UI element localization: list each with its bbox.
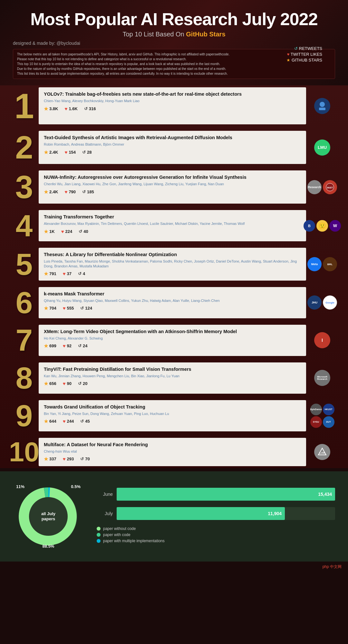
bar-track: 11,904 xyxy=(117,507,335,520)
legend-item: paper without code xyxy=(97,526,335,531)
paper-stats: ★1K ♥224 ↺40 xyxy=(44,229,301,235)
paper-authors: Chenfei Wu, Jian Liang, Xiaowei Hu, Zhe … xyxy=(44,182,301,186)
institution-logo: LAB xyxy=(314,444,330,460)
table-row: 5 Theseus: A Library for Differentiable … xyxy=(10,246,338,282)
papers-list: 1 YOLOv7: Trainable bag-of-freebies sets… xyxy=(0,85,348,468)
donut-pct-05: 0.5% xyxy=(71,484,81,489)
institution-logo: Microsoft Research xyxy=(314,370,330,386)
chart-legend: paper without code paper with code paper… xyxy=(97,526,335,543)
header-section: Most Popular AI Research July 2022 Top 1… xyxy=(0,0,348,85)
rank-number: 6 xyxy=(10,285,39,320)
paper-logos: LAB xyxy=(306,436,338,468)
institution-logo: JHU xyxy=(307,295,322,310)
institution-logo: W xyxy=(329,220,341,232)
subtitle: Top 10 List Based On GitHub Stars xyxy=(13,31,335,38)
paper-logos: LMU xyxy=(306,129,338,166)
paper-authors: Ho Kei Cheng, Alexander G. Schwing xyxy=(44,336,301,341)
chart-section: all July papers 11% 0.5% 88.5% June 15,4… xyxy=(0,471,348,562)
paper-title: NUWA-Infinity: Autoregressive over Autor… xyxy=(44,174,301,180)
legend-label: paper without code xyxy=(103,526,136,531)
svg-text:LAB: LAB xyxy=(320,451,325,454)
paper-card: Theseus: A Library for Differentiable No… xyxy=(39,248,306,280)
paper-card: YOLOv7: Trainable bag-of-freebies sets n… xyxy=(39,87,306,124)
institution-logo: I xyxy=(314,332,330,348)
donut-pct-885: 88.5% xyxy=(43,544,54,549)
rank-number: 10 xyxy=(10,436,39,468)
table-row: 6 k-means Mask Transformer Qihang Yu, Hu… xyxy=(10,285,338,320)
paper-authors: Qihang Yu, Huiyu Wang, Siyuan Qiao, Maxw… xyxy=(44,298,301,303)
legend-label: paper with code xyxy=(103,533,130,537)
bar-row-july: July 11,904 xyxy=(97,507,335,520)
rank-number: 9 xyxy=(10,398,39,433)
legend-dot-with-code xyxy=(97,533,101,537)
paper-authors: Kan Wu, Jinnian Zhang, Houwen Peng, Meng… xyxy=(44,374,301,378)
bar-chart-container: June 15,434 July 11,904 xyxy=(97,488,335,545)
table-row: 1 YOLOv7: Trainable bag-of-freebies sets… xyxy=(10,85,338,126)
paper-title: Training Transformers Together xyxy=(44,214,301,220)
institution-logo xyxy=(314,98,330,114)
institution-logo: DUT xyxy=(323,416,334,428)
bar-fill: 15,434 xyxy=(117,488,335,501)
page-title: Most Popular AI Research July 2022 xyxy=(13,10,335,29)
svg-point-0 xyxy=(320,102,325,107)
paper-authors: Robin Rombach, Andreas Blattmann, Björn … xyxy=(44,142,301,147)
paper-card: Multiface: A Dataset for Neural Face Ren… xyxy=(39,438,306,466)
rank-number: 3 xyxy=(10,168,39,206)
paper-card: k-means Mask Transformer Qihang Yu, Huiy… xyxy=(39,287,306,318)
paper-stats: ★2.4K ♥154 ↺28 xyxy=(44,149,301,155)
table-row: 4 Training Transformers Together Alexand… xyxy=(10,208,338,243)
paper-stats: ★656 ♥90 ↺20 xyxy=(44,381,301,387)
svg-text:INST: INST xyxy=(327,186,333,189)
institution-logo: Research xyxy=(307,180,322,194)
institution-logo: SYSU xyxy=(310,416,322,428)
paper-card: Towards Grand Unification of Object Trac… xyxy=(39,400,306,431)
institution-logo: BRL xyxy=(323,257,337,271)
rank-number: 5 xyxy=(10,246,39,282)
paper-stats: ★704 ♥555 ↺124 xyxy=(44,305,301,311)
paper-logos: I xyxy=(306,323,338,358)
bar-label: June xyxy=(97,492,113,497)
paper-logos: Microsoft Research xyxy=(306,360,338,396)
bar-track: 15,434 xyxy=(117,488,335,501)
paper-title: TinyViT: Fast Pretraining Distillation f… xyxy=(44,366,301,372)
paper-logos: JHU Google xyxy=(306,285,338,320)
rank-number: 4 xyxy=(10,208,39,243)
legend-dot-no-code xyxy=(97,527,101,531)
footer: php 中文网 xyxy=(0,562,348,572)
paper-title: YOLOv7: Trainable bag-of-freebies sets n… xyxy=(44,91,301,97)
donut-chart: all July papers 11% 0.5% 88.5% xyxy=(13,481,84,552)
institution-logo: 🙂 xyxy=(316,220,328,232)
paper-title: Theseus: A Library for Differentiable No… xyxy=(44,252,301,258)
institution-logo: Meta xyxy=(307,257,322,271)
paper-stats: ★2.4K ♥790 ↺185 xyxy=(44,189,301,195)
institution-logo: Google xyxy=(323,295,337,310)
table-row: 10 Multiface: A Dataset for Neural Face … xyxy=(10,436,338,468)
paper-title: k-means Mask Transformer xyxy=(44,291,301,297)
paper-title: Towards Grand Unification of Object Trac… xyxy=(44,404,301,410)
paper-card: XMem: Long-Term Video Object Segmentatio… xyxy=(39,325,306,356)
legend-label: paper with multiple implementations xyxy=(103,539,165,543)
institution-logo: LMU xyxy=(314,139,330,156)
paper-title: Text-Guided Synthesis of Artistic Images… xyxy=(44,135,301,141)
rank-number: 2 xyxy=(10,129,39,166)
paper-authors: Chien-Yao Wang, Alexey Bochkovskiy, Hong… xyxy=(44,99,301,103)
table-row: 8 TinyViT: Fast Pretraining Distillation… xyxy=(10,360,338,396)
paper-authors: Cheng-hsin Wuu etal xyxy=(44,449,301,454)
legend-dot-multi-impl xyxy=(97,539,101,543)
paper-logos xyxy=(306,85,338,126)
paper-stats: ★791 ♥37 ↺4 xyxy=(44,271,301,277)
paper-card: TinyViT: Fast Pretraining Distillation f… xyxy=(39,362,306,394)
institution-logo: ByteDance xyxy=(310,404,322,415)
bar-value: 11,904 xyxy=(268,511,282,516)
table-row: 9 Towards Grand Unification of Object Tr… xyxy=(10,398,338,433)
svg-text:all July: all July xyxy=(41,511,56,516)
legend-item: paper with code xyxy=(97,533,335,537)
watermark: php 中文网 xyxy=(323,564,342,569)
institution-logo: B xyxy=(304,220,315,232)
bar-chart: June 15,434 July 11,904 xyxy=(97,488,335,520)
legend-item: paper with multiple implementations xyxy=(97,539,335,543)
stats-legend: ↺ RETWEETS ♥ TWITTER LIKES ★ GITHUB STAR… xyxy=(286,45,322,63)
bar-value: 15,434 xyxy=(318,492,332,497)
paper-title: Multiface: A Dataset for Neural Face Ren… xyxy=(44,442,301,448)
paper-authors: Luis Pineda, Taosha Fan, Maurizio Monge,… xyxy=(44,259,301,268)
